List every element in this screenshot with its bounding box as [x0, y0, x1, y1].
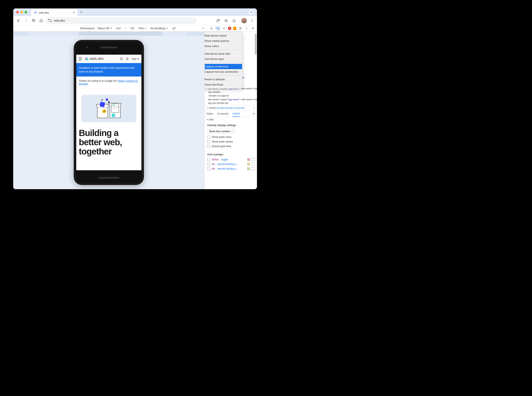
device-camera	[86, 47, 88, 48]
breadcrumb[interactable]: ◂ section.devsite-landing-row.devsite ▸	[205, 105, 257, 111]
menu-button[interactable]: ☰	[78, 56, 82, 61]
grid-section-header[interactable]: Grid	[205, 117, 257, 122]
more-subtabs-button[interactable]	[252, 113, 255, 115]
svg-rect-12	[218, 28, 219, 30]
overlay-row-2[interactable]: div.devsite-landing-r…	[207, 166, 254, 171]
tab-search-button[interactable]	[249, 9, 254, 15]
back-button[interactable]	[15, 17, 22, 24]
bookmark-button[interactable]	[223, 18, 229, 23]
svg-rect-22	[100, 102, 105, 107]
maximize-window-button[interactable]	[25, 11, 27, 13]
error-badge[interactable]: ✕	[228, 27, 231, 30]
menu-reset-defaults[interactable]: Reset to defaults	[204, 77, 242, 82]
address-bar[interactable]: web.dev	[46, 17, 197, 24]
overlay-row-1[interactable]: div.devsite-landing-r…	[207, 162, 254, 166]
menu-close-devtools[interactable]: Close DevTools	[204, 82, 242, 87]
warning-badge[interactable]: !	[233, 27, 236, 30]
device-home-pill	[98, 177, 119, 179]
close-window-button[interactable]	[16, 11, 19, 13]
grid-overlays-label: Grid overlays	[207, 153, 254, 156]
theme-button[interactable]	[126, 57, 129, 61]
check-area-names[interactable]: Show area names	[207, 139, 254, 144]
tab-layout[interactable]: Layout	[232, 111, 240, 117]
chrome-menu-button[interactable]	[249, 18, 255, 23]
height-input[interactable]: 732	[130, 27, 134, 30]
inspect-element-button[interactable]	[209, 26, 214, 31]
device-more-button[interactable]: ▼	[201, 26, 205, 31]
color-swatch[interactable]	[247, 158, 250, 161]
color-swatch[interactable]	[247, 168, 250, 170]
extensions-button[interactable]	[231, 18, 237, 23]
new-tab-button[interactable]: +	[80, 10, 82, 15]
reveal-icon[interactable]	[252, 163, 254, 166]
forward-button[interactable]	[23, 17, 29, 24]
rotate-button[interactable]	[172, 26, 176, 30]
profile-avatar[interactable]	[241, 18, 247, 23]
menu-show-rulers[interactable]: Show rulers	[204, 44, 242, 49]
tab-styles[interactable]: Styles	[206, 112, 213, 115]
menu-capture-screenshot[interactable]: Capture screenshot	[204, 64, 242, 69]
search-button[interactable]	[120, 57, 123, 61]
sign-in-link[interactable]: Sign in	[132, 57, 139, 60]
devtools-menu-button[interactable]	[244, 26, 249, 31]
reveal-icon[interactable]	[252, 158, 254, 161]
window-controls	[16, 11, 27, 13]
webdev-logo-icon	[84, 57, 89, 61]
zoom-selector[interactable]: 74% ▼	[138, 27, 147, 30]
site-info-icon[interactable]	[48, 19, 52, 22]
menu-hide-device-frame[interactable]: Hide device frame	[204, 33, 242, 38]
share-button[interactable]	[215, 18, 221, 23]
more-tabs-button[interactable]	[222, 26, 226, 31]
browser-window: web.dev ✕ + web.de	[13, 8, 257, 189]
tab-title: web.dev	[39, 11, 71, 14]
svg-point-17	[87, 58, 89, 60]
menu-add-pixel-ratio[interactable]: Add device pixel ratio	[204, 51, 242, 56]
color-swatch[interactable]	[247, 163, 250, 165]
tab-computed[interactable]: Computed	[217, 112, 229, 115]
toolbar: web.dev	[13, 16, 257, 25]
svg-point-15	[246, 28, 247, 29]
svg-rect-28	[112, 107, 118, 108]
chevron-down-icon	[250, 11, 253, 13]
settings-button[interactable]	[238, 26, 243, 31]
line-numbers-select[interactable]: Show line numbers	[207, 129, 235, 134]
hero-banner: Guidance to build modern web experiences…	[76, 63, 141, 76]
toggle-device-button[interactable]	[215, 26, 220, 31]
menu-show-media-queries[interactable]: Show media queries	[204, 38, 242, 44]
svg-point-16	[246, 29, 247, 30]
dimensions-selector[interactable]: Dimensions: Nexus 6P ▼	[80, 27, 112, 30]
puzzle-icon	[232, 19, 236, 23]
kebab-icon	[250, 19, 253, 22]
menu-add-device-type[interactable]: Add device type	[204, 56, 242, 62]
site-header: ☰ web.dev	[76, 55, 141, 63]
svg-point-9	[172, 27, 176, 30]
home-button[interactable]	[38, 17, 44, 24]
svg-rect-31	[106, 99, 108, 101]
svg-rect-29	[112, 108, 117, 109]
svg-point-8	[252, 21, 252, 22]
devtools-context-menu: Hide device frame Show media queries Sho…	[204, 32, 242, 89]
svg-rect-4	[50, 21, 52, 22]
reload-button[interactable]	[30, 17, 37, 24]
device-screen[interactable]: ☰ web.dev	[76, 55, 141, 170]
gear-icon	[239, 27, 242, 30]
svg-rect-27	[112, 106, 118, 107]
check-extend-lines[interactable]: Extend grid lines	[207, 144, 254, 149]
overlay-settings-label: Overlay display settings	[207, 124, 254, 127]
arrow-right-icon	[24, 19, 28, 23]
browser-tab[interactable]: web.dev ✕	[31, 9, 78, 16]
reveal-icon[interactable]	[252, 167, 254, 170]
site-logo[interactable]: web.dev	[84, 57, 104, 61]
hero-heading: Building a better web, together	[76, 128, 141, 156]
check-track-sizes[interactable]: Show track sizes	[207, 135, 254, 139]
menu-capture-full-screenshot[interactable]: Capture full size screenshot	[204, 69, 242, 74]
width-input[interactable]: 412	[116, 27, 121, 30]
webdev-favicon-icon	[34, 11, 37, 14]
svg-point-6	[252, 19, 252, 20]
minimize-window-button[interactable]	[20, 11, 23, 13]
scrollbar-thumb[interactable]	[255, 34, 257, 55]
overlay-row-0[interactable]: button.toggle	[207, 157, 254, 162]
throttling-selector[interactable]: No throttling ▼	[150, 27, 168, 30]
close-devtools-button[interactable]: ✕	[251, 26, 255, 31]
close-tab-icon[interactable]: ✕	[72, 11, 75, 14]
